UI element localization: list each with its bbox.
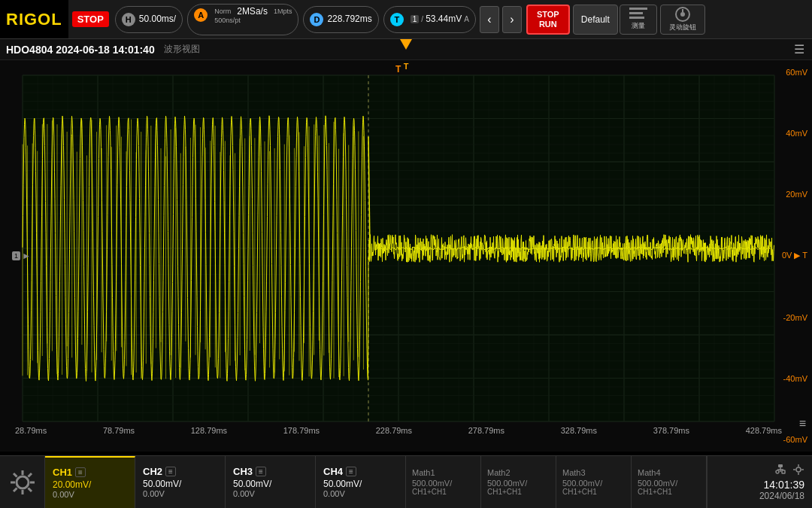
t-channel: 1	[411, 15, 420, 23]
ch4-offset: 0.00V	[323, 489, 398, 498]
menu-icon[interactable]: ☰	[794, 42, 804, 56]
d-param-group[interactable]: D 228.792ms	[303, 6, 378, 33]
math2-value: 500.00mV/	[487, 479, 550, 488]
ch4-cell[interactable]: CH4 ≡ 50.00mV/ 0.00V	[316, 456, 406, 509]
measure-button[interactable]: 测量	[620, 5, 657, 35]
ch3-name: CH3	[233, 466, 253, 477]
ch3-scale: 50.00mV/	[233, 479, 308, 489]
clock-cell: 14:01:39 2024/06/18	[707, 456, 812, 509]
stop-run-button[interactable]: STOP RUN	[526, 5, 570, 35]
ch1-coupling: ≡	[75, 467, 86, 477]
a-value: 2MSa/s	[237, 6, 268, 17]
math4-name: Math4	[638, 468, 700, 477]
subtitlebar: HDO4804 2024-06-18 14:01:40 波形视图 ☰	[0, 39, 812, 60]
device-title: HDO4804 2024-06-18 14:01:40	[6, 44, 155, 56]
a-param-group[interactable]: A Norm 2MSa/s 1Mpts 500ns/pt	[187, 4, 298, 35]
ch4-name: CH4	[323, 466, 343, 477]
bottombar: CH1 ≡ 20.00mV/ 0.00V CH2 ≡ 50.00mV/ 0.00…	[0, 455, 812, 508]
ch2-coupling: ≡	[165, 467, 176, 476]
t-param-group[interactable]: T 1 / 53.44mV A	[383, 6, 476, 33]
svg-point-21	[796, 467, 801, 472]
time-78ms: 78.79ms	[103, 426, 135, 435]
math4-cell[interactable]: Math4 500.00mV/ CH1+CH1	[632, 456, 707, 509]
nav-right-btn[interactable]: ›	[502, 6, 522, 33]
svg-rect-2	[629, 17, 644, 19]
dynamic-label: 灵动旋钮	[669, 23, 696, 32]
dynamic-knob-icon	[672, 6, 693, 23]
math1-name: Math1	[412, 468, 474, 477]
ch3-cell[interactable]: CH3 ≡ 50.00mV/ 0.00V	[226, 456, 316, 509]
ch2-name: CH2	[143, 466, 162, 477]
h-letter: H	[122, 13, 135, 26]
nav-left-btn[interactable]: ‹	[480, 6, 499, 33]
svg-line-14	[28, 473, 32, 477]
settings-small-icon	[792, 464, 804, 476]
math3-name: Math3	[562, 468, 625, 477]
svg-rect-0	[629, 8, 647, 10]
time-28ms: 28.79ms	[15, 426, 47, 435]
svg-rect-20	[782, 470, 785, 473]
math2-formula: CH1+CH1	[487, 488, 550, 496]
ch2-cell[interactable]: CH2 ≡ 50.00mV/ 0.00V	[135, 456, 226, 509]
waveform-container: 60mV 40mV 20mV 0V ▶ T -20mV -40mV -60mV …	[0, 60, 812, 452]
svg-line-13	[28, 488, 32, 491]
waveform-canvas	[0, 60, 812, 452]
rigol-logo: RIGOL	[0, 0, 68, 38]
usb-row	[774, 464, 804, 476]
math1-cell[interactable]: Math1 500.00mV/ CH1+CH1	[406, 456, 481, 509]
a-mpts: 1Mpts	[274, 8, 292, 15]
a-sub: 500ns/pt	[214, 17, 292, 24]
math3-cell[interactable]: Math3 500.00mV/ CH1+CH1	[556, 456, 632, 509]
time-328ms: 328.79ms	[561, 426, 597, 435]
svg-point-7	[17, 476, 29, 488]
math1-value: 500.00mV/	[412, 479, 474, 488]
d-letter: D	[310, 13, 323, 26]
ch3-offset: 0.00V	[233, 489, 308, 498]
a-norm: Norm	[214, 8, 231, 15]
svg-point-19	[776, 470, 779, 473]
time-labels: 28.79ms 78.79ms 128.79ms 178.79ms 228.79…	[15, 426, 782, 435]
math4-formula: CH1+CH1	[638, 488, 700, 496]
svg-rect-1	[629, 12, 643, 14]
ch1-cell[interactable]: CH1 ≡ 20.00mV/ 0.00V	[45, 456, 135, 509]
stop-badge: STOP	[72, 11, 109, 27]
math2-cell[interactable]: Math2 500.00mV/ CH1+CH1	[481, 456, 556, 509]
time-228ms: 228.79ms	[376, 426, 412, 435]
math3-value: 500.00mV/	[562, 479, 625, 488]
trigger-line-label: T	[404, 62, 409, 71]
math2-name: Math2	[487, 468, 550, 477]
time-278ms: 278.79ms	[468, 426, 504, 435]
ch4-scale: 50.00mV/	[323, 479, 398, 489]
expand-icon[interactable]: ≡	[799, 417, 806, 430]
usb-icon	[774, 464, 786, 476]
measure-label: 测量	[632, 21, 645, 31]
ch1-marker-label: 1	[12, 251, 20, 260]
topbar: RIGOL STOP H 50.00ms/ A Norm 2MSa/s 1Mpt…	[0, 0, 812, 39]
svg-point-5	[680, 12, 685, 17]
time-128ms: 128.79ms	[191, 426, 227, 435]
ch1-arrow-right: ►	[22, 251, 31, 261]
ch1-offset: 0.00V	[53, 490, 127, 499]
trigger-top-arrow	[398, 39, 414, 53]
h-param-group[interactable]: H 50.00ms/	[115, 6, 183, 33]
settings-button[interactable]	[0, 456, 45, 509]
h-value: 50.00ms/	[139, 14, 176, 24]
math1-formula: CH1+CH1	[412, 488, 474, 496]
time-178ms: 178.79ms	[283, 426, 320, 435]
clock-date: 2024/06/18	[759, 491, 804, 501]
stop-run-label-line1: STOP	[537, 10, 559, 19]
ch1-scale: 20.00mV/	[53, 479, 127, 490]
t-a: A	[464, 15, 469, 23]
t-arrow: /	[421, 15, 423, 23]
math3-formula: CH1+CH1	[562, 488, 625, 496]
a-letter: A	[194, 8, 208, 22]
d-value: 228.792ms	[327, 14, 371, 24]
svg-rect-16	[778, 464, 783, 467]
stop-run-label-line2: RUN	[539, 20, 557, 29]
dynamic-knob-button[interactable]: 灵动旋钮	[660, 5, 705, 35]
ch4-coupling: ≡	[346, 467, 356, 476]
default-button[interactable]: Default	[573, 5, 618, 35]
time-428ms: 428.79ms	[746, 426, 782, 435]
view-label: 波形视图	[164, 43, 200, 56]
clock-time: 14:01:39	[764, 479, 805, 491]
